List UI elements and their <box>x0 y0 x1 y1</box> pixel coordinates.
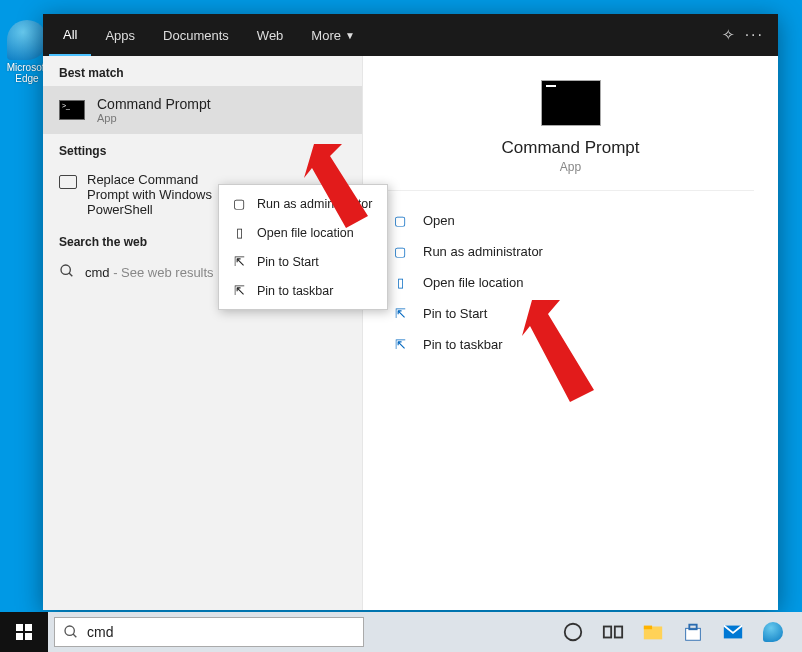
best-match-label: Best match <box>43 56 362 86</box>
tab-documents[interactable]: Documents <box>149 14 243 56</box>
taskbar: cmd <box>0 612 802 652</box>
tab-apps[interactable]: Apps <box>91 14 149 56</box>
svg-rect-5 <box>604 627 611 638</box>
svg-line-1 <box>69 273 72 276</box>
microsoft-store-icon[interactable] <box>682 621 704 643</box>
shield-icon: ▢ <box>231 196 247 211</box>
preview-title: Command Prompt <box>502 138 640 158</box>
search-tabs: All Apps Documents Web More▼ ✧ ··· <box>43 14 778 56</box>
action-open[interactable]: ▢ Open <box>387 205 754 236</box>
tab-all[interactable]: All <box>49 14 91 56</box>
action-open-file-location[interactable]: ▯ Open file location <box>387 267 754 298</box>
svg-point-2 <box>65 626 74 635</box>
results-column: Best match Command Prompt App Settings R… <box>43 56 363 610</box>
search-icon <box>59 263 75 282</box>
web-query: cmd <box>85 265 110 280</box>
settings-item-label: Replace Command Prompt with Windows Powe… <box>87 172 217 217</box>
task-view-icon[interactable] <box>602 621 624 643</box>
chevron-down-icon: ▼ <box>345 30 355 41</box>
pin-icon: ⇱ <box>391 337 409 352</box>
preview-subtitle: App <box>560 160 581 174</box>
folder-icon: ▯ <box>231 225 247 240</box>
cm-label: Open file location <box>257 226 354 240</box>
shield-icon: ▢ <box>391 244 409 259</box>
svg-line-3 <box>73 634 76 637</box>
svg-rect-10 <box>689 625 696 630</box>
windows-icon <box>16 624 32 640</box>
preview-command-prompt-icon <box>541 80 601 126</box>
cortana-icon[interactable] <box>562 621 584 643</box>
cm-pin-to-start[interactable]: ⇱ Pin to Start <box>219 247 387 276</box>
cm-pin-to-taskbar[interactable]: ⇱ Pin to taskbar <box>219 276 387 305</box>
file-explorer-icon[interactable] <box>642 621 664 643</box>
edge-icon <box>7 20 47 60</box>
open-icon: ▢ <box>391 213 409 228</box>
svg-point-0 <box>61 265 70 274</box>
action-label: Open <box>423 213 455 228</box>
feedback-icon[interactable]: ✧ <box>722 26 735 44</box>
svg-rect-8 <box>644 626 652 630</box>
tab-more[interactable]: More▼ <box>297 14 369 56</box>
web-suffix: - See web results <box>110 265 214 280</box>
taskbar-search-box[interactable]: cmd <box>54 617 364 647</box>
cm-label: Pin to taskbar <box>257 284 333 298</box>
cm-open-file-location[interactable]: ▯ Open file location <box>219 218 387 247</box>
monitor-icon <box>59 175 77 189</box>
mail-icon[interactable] <box>722 621 744 643</box>
search-icon <box>63 624 79 640</box>
action-label: Pin to Start <box>423 306 487 321</box>
more-options-icon[interactable]: ··· <box>745 26 764 44</box>
action-label: Open file location <box>423 275 523 290</box>
svg-point-4 <box>565 624 582 641</box>
tab-web[interactable]: Web <box>243 14 298 56</box>
pin-icon: ⇱ <box>231 283 247 298</box>
context-menu: ▢ Run as administrator ▯ Open file locat… <box>218 184 388 310</box>
start-search-panel: All Apps Documents Web More▼ ✧ ··· Best … <box>43 14 778 610</box>
cm-label: Pin to Start <box>257 255 319 269</box>
result-command-prompt[interactable]: Command Prompt App <box>43 86 362 134</box>
action-pin-to-taskbar[interactable]: ⇱ Pin to taskbar <box>387 329 754 360</box>
action-label: Run as administrator <box>423 244 543 259</box>
svg-rect-6 <box>615 627 622 638</box>
edge-taskbar-icon[interactable] <box>762 621 784 643</box>
preview-actions: ▢ Open ▢ Run as administrator ▯ Open fil… <box>387 205 754 360</box>
action-label: Pin to taskbar <box>423 337 503 352</box>
cm-run-as-admin[interactable]: ▢ Run as administrator <box>219 189 387 218</box>
result-title: Command Prompt <box>97 96 211 112</box>
cm-label: Run as administrator <box>257 197 372 211</box>
start-button[interactable] <box>0 612 48 652</box>
command-prompt-icon <box>59 100 85 120</box>
settings-label: Settings <box>43 134 362 164</box>
action-pin-to-start[interactable]: ⇱ Pin to Start <box>387 298 754 329</box>
tab-more-label: More <box>311 28 341 43</box>
result-subtitle: App <box>97 112 211 124</box>
pin-icon: ⇱ <box>391 306 409 321</box>
pin-icon: ⇱ <box>231 254 247 269</box>
taskbar-search-value: cmd <box>87 624 113 640</box>
preview-pane: Command Prompt App ▢ Open ▢ Run as admin… <box>363 56 778 610</box>
action-run-as-admin[interactable]: ▢ Run as administrator <box>387 236 754 267</box>
folder-icon: ▯ <box>391 275 409 290</box>
